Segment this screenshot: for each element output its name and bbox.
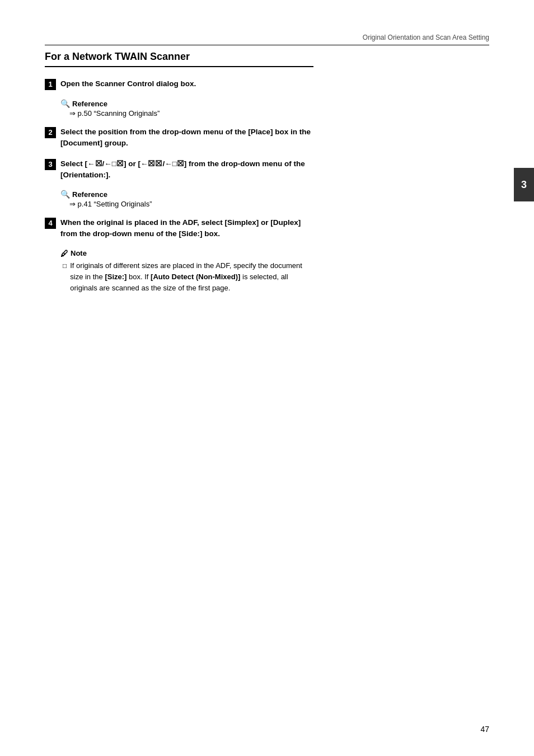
note-checkbox-1: □ <box>63 262 67 270</box>
reference-title-1: 🔍 Reference <box>60 99 313 108</box>
note-icon-4: 🖊 <box>60 249 68 258</box>
step-4-number: 4 <box>45 218 56 229</box>
page: Original Orientation and Scan Area Setti… <box>0 0 534 756</box>
page-number: 47 <box>480 725 489 734</box>
step-2-text: Select the position from the drop-down m… <box>60 126 313 149</box>
reference-block-1: 🔍 Reference ⇒ p.50 “Scanning Originals” <box>60 99 313 118</box>
step-1: 1 Open the Scanner Control dialog box. <box>45 78 313 90</box>
step-3-number: 3 <box>45 159 56 170</box>
note-item-text-1: If originals of different sizes are plac… <box>70 260 313 294</box>
step-1-text: Open the Scanner Control dialog box. <box>60 78 196 90</box>
step-2-number: 2 <box>45 127 56 138</box>
reference-label-3: Reference <box>72 190 107 199</box>
page-header: Original Orientation and Scan Area Setti… <box>45 34 489 45</box>
step-3: 3 Select [←☒/←□☒] or [←☒☒/←□☒] from the … <box>45 158 313 181</box>
section-title: For a Network TWAIN Scanner <box>45 51 313 67</box>
reference-label-1: Reference <box>72 100 107 108</box>
reference-icon-1: 🔍 <box>60 99 70 108</box>
step-1-number: 1 <box>45 79 56 90</box>
note-label-4: Note <box>71 249 87 257</box>
header-title: Original Orientation and Scan Area Setti… <box>363 34 489 41</box>
step-2: 2 Select the position from the drop-down… <box>45 126 313 149</box>
main-content: For a Network TWAIN Scanner 1 Open the S… <box>45 51 313 294</box>
note-title-4: 🖊 Note <box>60 249 313 258</box>
side-tab: 3 <box>514 168 534 201</box>
step-4-text: When the original is placed in the ADF, … <box>60 217 313 240</box>
reference-icon-3: 🔍 <box>60 190 70 199</box>
note-block-4: 🖊 Note □ If originals of different sizes… <box>60 249 313 294</box>
reference-block-3: 🔍 Reference ⇒ p.41 “Setting Originals” <box>60 190 313 208</box>
reference-content-3: ⇒ p.41 “Setting Originals” <box>69 200 313 208</box>
reference-content-1: ⇒ p.50 “Scanning Originals” <box>69 109 313 118</box>
step-4: 4 When the original is placed in the ADF… <box>45 217 313 240</box>
reference-title-3: 🔍 Reference <box>60 190 313 199</box>
step-3-text: Select [←☒/←□☒] or [←☒☒/←□☒] from the dr… <box>60 158 313 181</box>
note-item-1: □ If originals of different sizes are pl… <box>63 260 313 294</box>
side-tab-label: 3 <box>521 179 527 191</box>
